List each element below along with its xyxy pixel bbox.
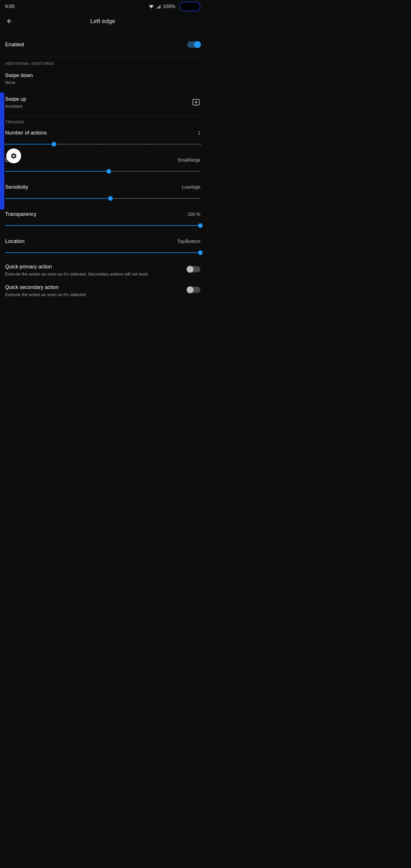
edge-trigger-indicator[interactable] [0,93,4,210]
page-title: Left edge [90,18,115,25]
back-button[interactable] [5,17,14,25]
battery-text: 100% [163,4,175,9]
quick-primary-desc: Execute the action as soon as it's selec… [5,271,183,277]
transparency-slider[interactable] [5,222,200,229]
size-slider-row: Size Small/large [0,154,205,175]
size-value: Small/large [178,158,200,163]
sensitivity-slider-row: Sensitivity Low/high [0,181,205,202]
quick-secondary-title: Quick secondary action [5,284,183,290]
assistant-icon [192,98,200,107]
gear-icon [10,152,17,159]
section-gestures: ADDITIONAL GESTURES [0,57,205,68]
location-title: Location [5,239,25,244]
wifi-icon [149,5,154,8]
section-trigger: TRIGGER [0,116,205,126]
quick-secondary-row[interactable]: Quick secondary action Execute the actio… [0,280,205,301]
swipe-up-row[interactable]: Swipe up Assistant [0,92,205,113]
sensitivity-value: Low/high [182,185,200,190]
size-slider[interactable] [5,168,200,175]
actions-value: 1 [198,130,200,135]
status-time: 9:00 [5,4,14,9]
location-slider[interactable] [5,250,200,256]
sensitivity-slider[interactable] [5,195,200,202]
quick-primary-row[interactable]: Quick primary action Execute the action … [0,260,205,280]
enabled-toggle[interactable] [187,41,200,48]
location-slider-row: Location Top/Bottom [0,235,205,256]
location-value: Top/Bottom [177,239,200,244]
swipe-down-title: Swipe down [5,72,200,79]
quick-primary-title: Quick primary action [5,264,183,270]
status-right: 100% [149,2,200,11]
transparency-slider-row: Transparency 100 % [0,208,205,229]
swipe-up-title: Swipe up [5,96,192,102]
sensitivity-title: Sensitivity [5,184,28,190]
transparency-title: Transparency [5,211,36,217]
swipe-up-value: Assistant [5,104,192,108]
actions-title: Number of actions [5,130,47,136]
gear-fab[interactable] [6,149,21,163]
quick-secondary-desc: Execute the action as soon as it's selec… [5,292,183,298]
quick-secondary-toggle[interactable] [187,287,200,293]
swipe-down-row[interactable]: Swipe down None [0,68,205,89]
status-pill [180,2,200,11]
actions-slider-row: Number of actions 1 [0,126,205,148]
signal-icon [156,5,161,8]
transparency-value: 100 % [188,212,200,217]
enabled-row[interactable]: Enabled [0,37,205,52]
status-bar: 9:00 100% [0,0,205,13]
actions-slider[interactable] [5,141,200,147]
app-header: Left edge [0,13,205,29]
quick-primary-toggle[interactable] [187,266,200,272]
swipe-down-value: None [5,80,200,85]
enabled-label: Enabled [5,42,24,48]
